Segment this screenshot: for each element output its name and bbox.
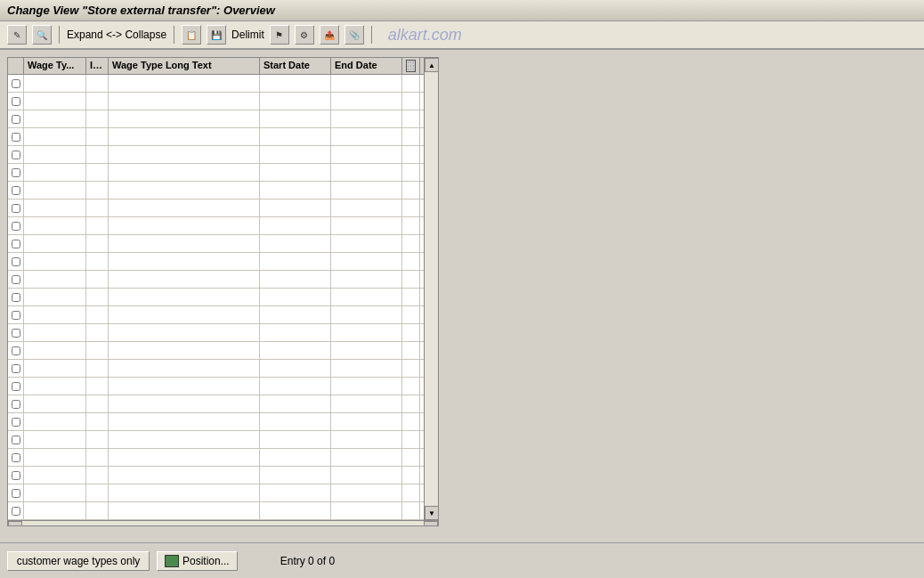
row-checkbox[interactable]	[8, 93, 24, 110]
table-row[interactable]	[8, 93, 424, 110]
cell-end-date	[331, 289, 402, 305]
scroll-up-arrow[interactable]: ▲	[425, 58, 439, 72]
table-row[interactable]	[8, 431, 424, 449]
row-checkbox[interactable]	[8, 182, 24, 199]
row-select-checkbox[interactable]	[12, 204, 20, 213]
row-select-checkbox[interactable]	[12, 293, 20, 302]
row-select-checkbox[interactable]	[12, 329, 20, 338]
row-select-checkbox[interactable]	[12, 240, 20, 248]
row-checkbox[interactable]	[8, 110, 24, 127]
row-select-checkbox[interactable]	[12, 507, 20, 516]
row-select-checkbox[interactable]	[12, 168, 20, 177]
customer-wage-types-button[interactable]: customer wage types only	[7, 551, 150, 571]
row-checkbox[interactable]	[8, 271, 24, 288]
toolbar-btn-search[interactable]: 🔍	[32, 25, 52, 45]
toolbar-btn-save[interactable]: 💾	[207, 25, 226, 45]
table-row[interactable]	[8, 289, 424, 306]
row-checkbox[interactable]	[8, 467, 24, 484]
row-checkbox[interactable]	[8, 289, 24, 305]
row-select-checkbox[interactable]	[12, 364, 20, 373]
header-long-text: Wage Type Long Text	[109, 58, 260, 74]
row-select-checkbox[interactable]	[12, 382, 20, 391]
table-row[interactable]	[8, 271, 424, 289]
row-checkbox[interactable]	[8, 217, 24, 234]
toolbar-btn-flag[interactable]: ⚑	[270, 25, 289, 45]
row-select-checkbox[interactable]	[12, 311, 20, 320]
table-row[interactable]	[8, 378, 424, 395]
row-checkbox[interactable]	[8, 484, 24, 501]
row-select-checkbox[interactable]	[12, 257, 20, 266]
row-select-checkbox[interactable]	[12, 400, 20, 409]
table-row[interactable]	[8, 253, 424, 271]
toolbar-btn-gear[interactable]: ⚙	[295, 25, 314, 45]
h-scroll-track[interactable]	[22, 521, 424, 526]
toolbar-btn-export[interactable]: 📤	[320, 25, 339, 45]
row-select-checkbox[interactable]	[12, 436, 20, 444]
row-select-checkbox[interactable]	[12, 97, 20, 106]
row-checkbox[interactable]	[8, 378, 24, 395]
row-checkbox[interactable]	[8, 306, 24, 323]
table-row[interactable]	[8, 164, 424, 182]
row-checkbox[interactable]	[8, 342, 24, 359]
row-checkbox[interactable]	[8, 128, 24, 145]
table-row[interactable]	[8, 324, 424, 342]
row-select-checkbox[interactable]	[12, 115, 20, 124]
table-row[interactable]	[8, 360, 424, 378]
row-checkbox[interactable]	[8, 199, 24, 216]
row-checkbox[interactable]	[8, 413, 24, 430]
table-row[interactable]	[8, 235, 424, 253]
row-select-checkbox[interactable]	[12, 275, 20, 284]
horizontal-scrollbar[interactable]: ◄ ►	[8, 520, 438, 526]
row-select-checkbox[interactable]	[12, 346, 20, 355]
row-checkbox[interactable]	[8, 502, 24, 519]
row-select-checkbox[interactable]	[12, 151, 20, 159]
toolbar-btn-clip[interactable]: 📎	[344, 25, 364, 45]
table-row[interactable]	[8, 110, 424, 128]
row-select-checkbox[interactable]	[12, 133, 20, 142]
cell-long-text	[109, 75, 260, 92]
row-checkbox[interactable]	[8, 235, 24, 252]
row-select-checkbox[interactable]	[12, 79, 20, 88]
scroll-down-arrow[interactable]: ▼	[425, 506, 439, 520]
table-row[interactable]	[8, 217, 424, 235]
row-checkbox[interactable]	[8, 395, 24, 412]
vertical-scrollbar[interactable]: ▲ ▼	[424, 58, 438, 520]
row-checkbox[interactable]	[8, 146, 24, 163]
row-checkbox[interactable]	[8, 324, 24, 341]
row-checkbox[interactable]	[8, 449, 24, 466]
row-select-checkbox[interactable]	[12, 222, 20, 231]
table-row[interactable]	[8, 467, 424, 484]
position-button[interactable]: Position...	[157, 551, 238, 571]
table-row[interactable]	[8, 199, 424, 217]
row-select-checkbox[interactable]	[12, 418, 20, 427]
table-row[interactable]	[8, 484, 424, 502]
table-row[interactable]	[8, 75, 424, 93]
header-settings-icon[interactable]	[402, 58, 420, 74]
scroll-track[interactable]	[425, 72, 438, 506]
cell-start-date	[260, 484, 331, 501]
toolbar-btn-copy[interactable]: 📋	[182, 25, 201, 45]
table-row[interactable]	[8, 502, 424, 520]
table-row[interactable]	[8, 413, 424, 431]
cell-start-date	[260, 342, 331, 359]
row-select-checkbox[interactable]	[12, 489, 20, 498]
scroll-right-arrow[interactable]: ►	[424, 521, 438, 526]
table-row[interactable]	[8, 449, 424, 467]
scroll-left-arrow[interactable]: ◄	[8, 521, 22, 526]
toolbar-btn-pencil[interactable]: ✎	[7, 25, 27, 45]
row-checkbox[interactable]	[8, 75, 24, 92]
table-row[interactable]	[8, 128, 424, 146]
cell-end-date	[331, 467, 402, 484]
row-select-checkbox[interactable]	[12, 471, 20, 480]
row-checkbox[interactable]	[8, 253, 24, 270]
table-row[interactable]	[8, 146, 424, 164]
row-select-checkbox[interactable]	[12, 453, 20, 462]
table-row[interactable]	[8, 306, 424, 324]
table-row[interactable]	[8, 342, 424, 360]
row-checkbox[interactable]	[8, 431, 24, 448]
row-checkbox[interactable]	[8, 164, 24, 181]
table-row[interactable]	[8, 182, 424, 199]
row-checkbox[interactable]	[8, 360, 24, 377]
table-row[interactable]	[8, 395, 424, 413]
row-select-checkbox[interactable]	[12, 186, 20, 195]
